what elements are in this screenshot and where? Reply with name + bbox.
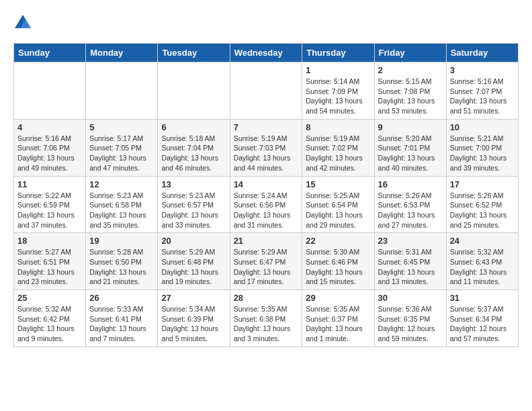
day-info: Sunrise: 5:29 AM Sunset: 6:47 PM Dayligh…: [234, 247, 299, 287]
calendar-cell: 7Sunrise: 5:19 AM Sunset: 7:03 PM Daylig…: [230, 119, 302, 176]
day-number: 13: [161, 179, 226, 189]
calendar-cell: 8Sunrise: 5:19 AM Sunset: 7:02 PM Daylig…: [302, 119, 374, 176]
calendar-cell: 13Sunrise: 5:23 AM Sunset: 6:57 PM Dayli…: [158, 176, 230, 233]
calendar-table: SundayMondayTuesdayWednesdayThursdayFrid…: [13, 43, 519, 347]
day-info: Sunrise: 5:16 AM Sunset: 7:06 PM Dayligh…: [17, 134, 82, 173]
day-info: Sunrise: 5:27 AM Sunset: 6:51 PM Dayligh…: [17, 247, 82, 287]
day-number: 19: [89, 236, 154, 246]
calendar-cell: [158, 62, 230, 120]
calendar-cell: [230, 62, 302, 120]
calendar-cell: 31Sunrise: 5:37 AM Sunset: 6:34 PM Dayli…: [446, 290, 518, 347]
day-info: Sunrise: 5:26 AM Sunset: 6:53 PM Dayligh…: [378, 191, 443, 230]
calendar-cell: 16Sunrise: 5:26 AM Sunset: 6:53 PM Dayli…: [374, 176, 446, 233]
calendar-cell: 6Sunrise: 5:18 AM Sunset: 7:04 PM Daylig…: [158, 119, 230, 176]
day-info: Sunrise: 5:34 AM Sunset: 6:39 PM Dayligh…: [161, 304, 226, 344]
calendar-cell: 4Sunrise: 5:16 AM Sunset: 7:06 PM Daylig…: [14, 119, 86, 176]
day-info: Sunrise: 5:23 AM Sunset: 6:58 PM Dayligh…: [89, 191, 154, 230]
day-number: 26: [89, 293, 154, 303]
calendar-cell: 14Sunrise: 5:24 AM Sunset: 6:56 PM Dayli…: [230, 176, 302, 233]
day-info: Sunrise: 5:15 AM Sunset: 7:08 PM Dayligh…: [378, 77, 443, 116]
day-info: Sunrise: 5:37 AM Sunset: 6:34 PM Dayligh…: [450, 304, 515, 344]
calendar-cell: 25Sunrise: 5:32 AM Sunset: 6:42 PM Dayli…: [14, 290, 86, 347]
day-number: 10: [450, 122, 515, 132]
day-info: Sunrise: 5:18 AM Sunset: 7:04 PM Dayligh…: [161, 134, 226, 173]
page-header: [13, 13, 519, 32]
day-number: 2: [378, 65, 443, 75]
day-info: Sunrise: 5:21 AM Sunset: 7:00 PM Dayligh…: [450, 134, 515, 173]
day-number: 5: [89, 122, 154, 132]
calendar-cell: 20Sunrise: 5:29 AM Sunset: 6:48 PM Dayli…: [158, 233, 230, 290]
logo: [13, 13, 35, 32]
day-number: 3: [450, 65, 515, 75]
calendar-cell: 27Sunrise: 5:34 AM Sunset: 6:39 PM Dayli…: [158, 290, 230, 347]
day-number: 20: [161, 236, 226, 246]
day-info: Sunrise: 5:19 AM Sunset: 7:03 PM Dayligh…: [234, 134, 299, 173]
day-info: Sunrise: 5:32 AM Sunset: 6:42 PM Dayligh…: [17, 304, 82, 344]
day-info: Sunrise: 5:14 AM Sunset: 7:09 PM Dayligh…: [306, 77, 370, 116]
day-number: 30: [378, 293, 443, 303]
calendar-cell: [86, 62, 158, 120]
day-info: Sunrise: 5:35 AM Sunset: 6:37 PM Dayligh…: [306, 304, 370, 344]
calendar-header-row: SundayMondayTuesdayWednesdayThursdayFrid…: [14, 44, 519, 62]
calendar-week-row: 18Sunrise: 5:27 AM Sunset: 6:51 PM Dayli…: [14, 233, 519, 290]
day-of-week-header: Sunday: [14, 44, 86, 62]
calendar-week-row: 25Sunrise: 5:32 AM Sunset: 6:42 PM Dayli…: [14, 290, 519, 347]
day-of-week-header: Wednesday: [230, 44, 302, 62]
calendar-cell: 26Sunrise: 5:33 AM Sunset: 6:41 PM Dayli…: [86, 290, 158, 347]
calendar-cell: 22Sunrise: 5:30 AM Sunset: 6:46 PM Dayli…: [302, 233, 374, 290]
day-info: Sunrise: 5:23 AM Sunset: 6:57 PM Dayligh…: [161, 191, 226, 230]
day-number: 18: [17, 236, 82, 246]
calendar-cell: 15Sunrise: 5:25 AM Sunset: 6:54 PM Dayli…: [302, 176, 374, 233]
day-number: 15: [306, 179, 370, 189]
day-number: 17: [450, 179, 515, 189]
day-of-week-header: Tuesday: [158, 44, 230, 62]
calendar-cell: 28Sunrise: 5:35 AM Sunset: 6:38 PM Dayli…: [230, 290, 302, 347]
day-of-week-header: Friday: [374, 44, 446, 62]
day-number: 25: [17, 293, 82, 303]
day-number: 8: [306, 122, 370, 132]
day-info: Sunrise: 5:35 AM Sunset: 6:38 PM Dayligh…: [234, 304, 299, 344]
calendar-cell: 11Sunrise: 5:22 AM Sunset: 6:59 PM Dayli…: [14, 176, 86, 233]
day-info: Sunrise: 5:25 AM Sunset: 6:54 PM Dayligh…: [306, 191, 370, 230]
day-info: Sunrise: 5:28 AM Sunset: 6:50 PM Dayligh…: [89, 247, 154, 287]
calendar-cell: 5Sunrise: 5:17 AM Sunset: 7:05 PM Daylig…: [86, 119, 158, 176]
day-number: 22: [306, 236, 370, 246]
calendar-cell: 1Sunrise: 5:14 AM Sunset: 7:09 PM Daylig…: [302, 62, 374, 120]
day-number: 29: [306, 293, 370, 303]
calendar-cell: 10Sunrise: 5:21 AM Sunset: 7:00 PM Dayli…: [446, 119, 518, 176]
day-number: 23: [378, 236, 443, 246]
day-info: Sunrise: 5:32 AM Sunset: 6:43 PM Dayligh…: [450, 247, 515, 287]
day-info: Sunrise: 5:19 AM Sunset: 7:02 PM Dayligh…: [306, 134, 370, 173]
day-number: 11: [17, 179, 82, 189]
calendar-cell: 29Sunrise: 5:35 AM Sunset: 6:37 PM Dayli…: [302, 290, 374, 347]
calendar-week-row: 4Sunrise: 5:16 AM Sunset: 7:06 PM Daylig…: [14, 119, 519, 176]
calendar-cell: 18Sunrise: 5:27 AM Sunset: 6:51 PM Dayli…: [14, 233, 86, 290]
calendar-cell: 12Sunrise: 5:23 AM Sunset: 6:58 PM Dayli…: [86, 176, 158, 233]
calendar-week-row: 1Sunrise: 5:14 AM Sunset: 7:09 PM Daylig…: [14, 62, 519, 120]
day-of-week-header: Thursday: [302, 44, 374, 62]
day-info: Sunrise: 5:30 AM Sunset: 6:46 PM Dayligh…: [306, 247, 370, 287]
day-info: Sunrise: 5:26 AM Sunset: 6:52 PM Dayligh…: [450, 191, 515, 230]
logo-icon: [13, 13, 32, 32]
calendar-cell: 3Sunrise: 5:16 AM Sunset: 7:07 PM Daylig…: [446, 62, 518, 120]
calendar-cell: 2Sunrise: 5:15 AM Sunset: 7:08 PM Daylig…: [374, 62, 446, 120]
day-number: 9: [378, 122, 443, 132]
day-number: 1: [306, 65, 370, 75]
day-of-week-header: Saturday: [446, 44, 518, 62]
day-info: Sunrise: 5:31 AM Sunset: 6:45 PM Dayligh…: [378, 247, 443, 287]
day-number: 12: [89, 179, 154, 189]
day-number: 24: [450, 236, 515, 246]
calendar-cell: [14, 62, 86, 120]
day-info: Sunrise: 5:29 AM Sunset: 6:48 PM Dayligh…: [161, 247, 226, 287]
calendar-cell: 30Sunrise: 5:36 AM Sunset: 6:35 PM Dayli…: [374, 290, 446, 347]
day-info: Sunrise: 5:16 AM Sunset: 7:07 PM Dayligh…: [450, 77, 515, 116]
day-info: Sunrise: 5:36 AM Sunset: 6:35 PM Dayligh…: [378, 304, 443, 344]
day-number: 28: [234, 293, 299, 303]
calendar-cell: 24Sunrise: 5:32 AM Sunset: 6:43 PM Dayli…: [446, 233, 518, 290]
calendar-week-row: 11Sunrise: 5:22 AM Sunset: 6:59 PM Dayli…: [14, 176, 519, 233]
day-number: 6: [161, 122, 226, 132]
day-number: 7: [234, 122, 299, 132]
day-of-week-header: Monday: [86, 44, 158, 62]
day-number: 21: [234, 236, 299, 246]
day-number: 16: [378, 179, 443, 189]
